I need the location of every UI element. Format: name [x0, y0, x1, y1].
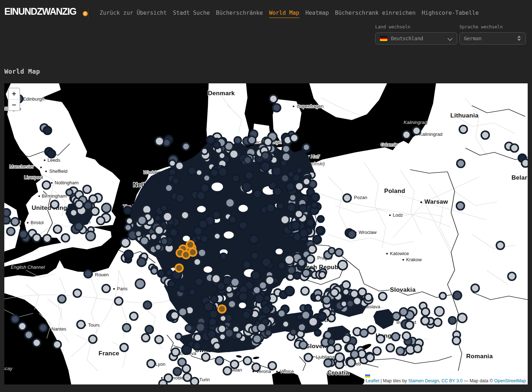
bookcase-marker[interactable] [161, 238, 168, 245]
bookcase-marker[interactable] [351, 350, 359, 358]
bookcase-marker[interactable] [440, 292, 446, 299]
bookcase-marker[interactable] [196, 170, 202, 176]
bookcase-marker[interactable] [353, 297, 361, 305]
bookcase-marker[interactable] [255, 294, 264, 303]
bookcase-marker[interactable] [403, 131, 410, 139]
bookcase-marker[interactable] [176, 194, 185, 203]
bookcase-marker[interactable] [342, 335, 350, 343]
country-select[interactable]: Deutschland [375, 32, 457, 45]
bookcase-marker[interactable] [194, 258, 201, 266]
bookcase-marker[interactable] [268, 362, 276, 370]
bookcase-marker[interactable] [144, 301, 151, 309]
bookcase-marker[interactable] [338, 260, 347, 270]
bookcase-marker[interactable] [226, 286, 233, 293]
bookcase-marker[interactable] [166, 269, 172, 276]
bookcase-marker[interactable] [282, 153, 290, 161]
bookcase-marker[interactable] [311, 202, 318, 208]
bookcase-marker[interactable] [170, 312, 178, 319]
bookcase-marker[interactable] [286, 182, 294, 190]
bookcase-marker[interactable] [220, 253, 227, 260]
bookcase-marker[interactable] [510, 144, 518, 152]
bookcase-marker[interactable] [481, 131, 489, 139]
bookcase-marker[interactable] [53, 341, 61, 349]
bookcase-marker[interactable] [262, 258, 271, 267]
bookcase-marker[interactable] [155, 137, 164, 146]
bookcase-marker[interactable] [303, 144, 310, 151]
bookcase-marker[interactable] [123, 324, 131, 332]
bookcase-marker[interactable] [188, 167, 196, 175]
bookcase-marker[interactable] [213, 142, 220, 148]
bookcase-marker[interactable] [11, 218, 19, 226]
bookcase-marker[interactable] [202, 353, 210, 361]
bookcase-marker[interactable] [42, 181, 50, 189]
bookcase-marker[interactable] [155, 226, 163, 235]
bookcase-marker[interactable] [323, 296, 331, 304]
bookcase-marker[interactable] [73, 289, 81, 297]
bookcase-marker[interactable] [125, 224, 131, 231]
nav-item-heatmap[interactable]: Heatmap [305, 10, 329, 18]
bookcase-marker[interactable] [413, 127, 420, 135]
bookcase-marker[interactable] [458, 313, 467, 322]
bookcase-marker[interactable] [33, 339, 41, 347]
bookcase-marker[interactable] [66, 189, 73, 196]
bookcase-marker[interactable] [197, 191, 205, 200]
bookcase-marker[interactable] [379, 292, 387, 300]
osm-link[interactable]: OpenStreetMap [494, 378, 526, 383]
bookcase-marker[interactable] [51, 200, 59, 208]
bookcase-marker[interactable] [302, 311, 310, 319]
bookcase-marker[interactable] [215, 357, 223, 365]
bookcase-marker[interactable] [11, 315, 19, 323]
bookcase-marker[interactable] [19, 230, 27, 238]
highlighted-bookcase-marker[interactable] [218, 305, 226, 313]
bookcase-marker[interactable] [414, 345, 422, 352]
bookcase-marker[interactable] [75, 200, 83, 208]
bookcase-marker[interactable] [335, 249, 343, 256]
bookcase-marker[interactable] [178, 285, 186, 292]
bookcase-marker[interactable] [311, 193, 319, 201]
bookcase-marker[interactable] [204, 175, 210, 181]
bookcase-marker[interactable] [459, 125, 467, 133]
bookcase-marker[interactable] [145, 326, 153, 333]
bookcase-marker[interactable] [253, 335, 262, 343]
nav-item-b-cherschr-nke[interactable]: Bücherschränke [216, 10, 263, 18]
bookcase-marker[interactable] [182, 365, 190, 373]
bookcase-marker[interactable] [84, 202, 92, 209]
zoom-in-button[interactable]: + [9, 88, 19, 100]
bookcase-marker[interactable] [396, 347, 404, 355]
bookcase-marker[interactable] [58, 295, 66, 303]
bookcase-marker[interactable] [327, 345, 335, 353]
bookcase-marker[interactable] [155, 244, 161, 250]
bookcase-marker[interactable] [163, 212, 172, 221]
bookcase-marker[interactable] [234, 137, 241, 144]
map-canvas[interactable]: English ChannelBiscayKaliningradMecklenb… [4, 83, 528, 384]
bookcase-marker[interactable] [303, 178, 310, 185]
bookcase-marker[interactable] [392, 333, 400, 341]
bookcase-marker[interactable] [242, 182, 251, 192]
bookcase-marker[interactable] [373, 347, 381, 355]
bookcase-marker[interactable] [231, 360, 238, 368]
bookcase-marker[interactable] [287, 266, 295, 274]
bookcase-marker[interactable] [245, 171, 253, 180]
bookcase-marker[interactable] [138, 216, 146, 225]
bookcase-marker[interactable] [159, 380, 167, 384]
bookcase-marker[interactable] [211, 295, 218, 303]
bookcase-marker[interactable] [86, 231, 95, 241]
bookcase-marker[interactable] [212, 275, 220, 283]
bookcase-marker[interactable] [97, 217, 105, 225]
bookcase-marker[interactable] [298, 259, 305, 267]
bookcase-marker[interactable] [457, 160, 465, 167]
bookcase-marker[interactable] [252, 363, 260, 371]
bookcase-marker[interactable] [342, 281, 350, 289]
bookcase-marker[interactable] [214, 233, 220, 239]
bookcase-marker[interactable] [239, 292, 248, 301]
bookcase-marker[interactable] [269, 95, 277, 103]
bookcase-marker[interactable] [182, 143, 190, 150]
nav-item-zur-ck-zur-bersicht[interactable]: Zurück zur Übersicht [100, 10, 167, 18]
bookcase-marker[interactable] [176, 162, 184, 170]
bookcase-marker[interactable] [213, 342, 220, 350]
bookcase-marker[interactable] [47, 150, 55, 158]
world-map[interactable]: English ChannelBiscayKaliningradMecklenb… [4, 83, 528, 384]
bookcase-marker[interactable] [189, 289, 196, 296]
bookcase-marker[interactable] [168, 280, 175, 287]
bookcase-marker[interactable] [158, 270, 165, 277]
